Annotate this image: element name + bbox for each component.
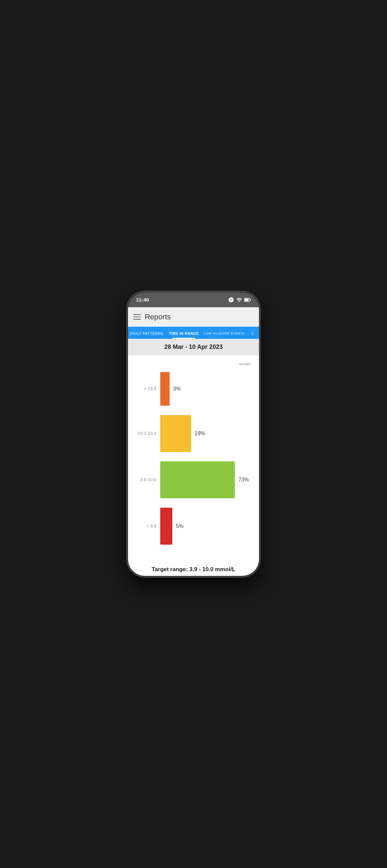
bar-label-very-high: > 13.3 <box>133 386 160 391</box>
menu-line-1 <box>133 314 141 315</box>
date-range: 28 Mar - 10 Apr 2023 <box>128 339 259 355</box>
status-time: 11:40 <box>136 297 149 303</box>
bar-row-low: < 3.9 5% <box>133 508 254 545</box>
bar-percent-target: 73% <box>238 477 249 483</box>
bar-low <box>160 508 172 545</box>
tab-bar: DAILY PATTERNS TIME IN RANGE LOW GLUCOSE… <box>128 327 259 339</box>
tab-time-in-range[interactable]: TIME IN RANGE <box>165 327 203 339</box>
app-title: Reports <box>145 313 171 321</box>
bar-row-high: 10.1-13.3 19% <box>133 415 254 452</box>
phone-screen: 11:40 <box>128 292 259 576</box>
bar-label-high: 10.1-13.3 <box>133 431 160 436</box>
tab-daily-patterns[interactable]: DAILY PATTERNS <box>128 327 165 339</box>
svg-rect-2 <box>244 299 248 301</box>
wifi-icon <box>236 297 242 303</box>
target-info: Target range: 3.9 - 10.0 mmol/L Data ava… <box>128 561 259 576</box>
bar-label-low: < 3.9 <box>133 524 160 529</box>
app-header: Reports <box>128 307 259 327</box>
bar-label-target: 3.9-10.0 <box>133 477 160 482</box>
bar-target <box>160 461 235 498</box>
bar-row-target: 3.9-10.0 73% <box>133 461 254 498</box>
data-available-text: Data available for 14 of 14 days <box>133 575 254 576</box>
bar-high <box>160 415 191 452</box>
bar-wrapper-very-high: 3% <box>160 372 254 406</box>
tab-more[interactable]: A <box>246 327 259 339</box>
chart-area: mmol/L > 13.3 3% 10.1-13.3 19% <box>128 355 259 561</box>
do-not-disturb-icon <box>228 297 234 303</box>
status-icons <box>228 297 251 303</box>
bar-very-high <box>160 372 170 406</box>
bar-percent-low: 5% <box>176 523 183 529</box>
bar-wrapper-low: 5% <box>160 508 254 545</box>
bar-row-very-high: > 13.3 3% <box>133 372 254 406</box>
phone-frame: 11:40 <box>128 292 259 576</box>
menu-line-2 <box>133 317 141 317</box>
svg-rect-1 <box>250 299 251 300</box>
bar-percent-high: 19% <box>195 431 205 436</box>
bar-wrapper-target: 73% <box>160 461 254 498</box>
battery-icon <box>244 298 251 302</box>
menu-button[interactable] <box>133 314 141 320</box>
tab-low-glucose-events[interactable]: LOW GLUCOSE EVENTS <box>203 327 246 339</box>
bar-wrapper-high: 19% <box>160 415 254 452</box>
bar-percent-very-high: 3% <box>173 386 181 392</box>
status-bar: 11:40 <box>128 292 259 307</box>
chart-unit: mmol/L <box>133 362 254 366</box>
bar-chart: > 13.3 3% 10.1-13.3 19% 3.9-10 <box>133 369 254 557</box>
menu-line-3 <box>133 319 141 320</box>
target-range-text: Target range: 3.9 - 10.0 mmol/L <box>133 566 254 573</box>
